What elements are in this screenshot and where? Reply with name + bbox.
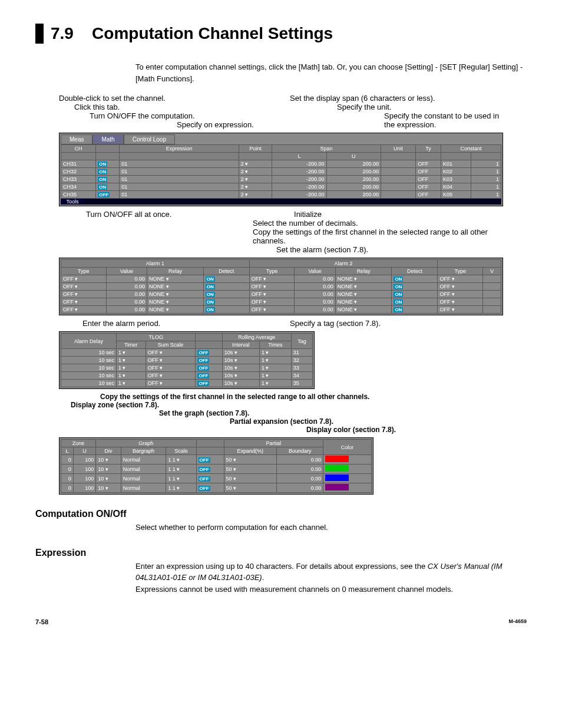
cell-alarm2-value[interactable]: 0.00 xyxy=(295,275,335,283)
cell-alarm2-detect[interactable]: ON xyxy=(392,306,438,314)
cell-sumscale[interactable]: OFF ▾ xyxy=(146,380,196,387)
cell-alarm2-relay[interactable]: NONE ▾ xyxy=(335,291,392,298)
cell-zone-u[interactable]: 100 xyxy=(73,474,95,483)
cell-k[interactable]: K03 xyxy=(441,176,471,183)
cell-expression[interactable]: 01 xyxy=(120,160,239,168)
cell-unit[interactable] xyxy=(381,160,415,168)
cell-ch[interactable]: CH32 xyxy=(61,168,96,176)
cell-sumscale[interactable]: OFF ▾ xyxy=(146,357,196,364)
cell-span-u[interactable]: 200.00 xyxy=(326,160,381,168)
cell-alarm2-detect[interactable]: ON xyxy=(392,283,438,291)
cell-alarm1-detect[interactable]: ON xyxy=(203,275,249,283)
cell-zone-l[interactable]: 0 xyxy=(61,483,74,493)
cell-span-u[interactable]: 200.00 xyxy=(326,168,381,176)
cell-kv[interactable]: 1 xyxy=(471,191,501,199)
cell-ra-toggle[interactable]: OFF xyxy=(196,349,222,357)
cell-k[interactable]: K05 xyxy=(441,191,471,199)
cell-partial-toggle[interactable]: OFF xyxy=(196,465,224,474)
cell-alarm2-type[interactable]: OFF ▾ xyxy=(249,283,295,291)
cell-interval[interactable]: 10s ▾ xyxy=(222,380,259,387)
cell-alarm2-value[interactable]: 0.00 xyxy=(295,298,335,306)
cell-partial-toggle[interactable]: OFF xyxy=(196,455,224,465)
cell-zone-l[interactable]: 0 xyxy=(61,474,74,483)
cell-zone-u[interactable]: 100 xyxy=(73,455,95,465)
cell-tag[interactable]: 34 xyxy=(291,372,312,380)
cell-scale[interactable]: 1 1 ▾ xyxy=(166,455,196,465)
cell-kv[interactable]: 1 xyxy=(471,160,501,168)
cell-alarm2-relay[interactable]: NONE ▾ xyxy=(335,275,392,283)
cell-tag[interactable]: 32 xyxy=(291,357,312,364)
cell-alarm2-type[interactable]: OFF ▾ xyxy=(249,298,295,306)
cell-point[interactable]: 2 ▾ xyxy=(239,191,272,199)
cell-scale[interactable]: 1 1 ▾ xyxy=(166,483,196,493)
cell-span-l[interactable]: -200.00 xyxy=(272,160,326,168)
cell-ra-toggle[interactable]: OFF xyxy=(196,380,222,387)
cell-div[interactable]: 10 ▾ xyxy=(96,465,121,474)
cell-expand[interactable]: 50 ▾ xyxy=(224,455,277,465)
cell-unit[interactable] xyxy=(381,176,415,183)
cell-ch[interactable]: CH34 xyxy=(61,183,96,191)
cell-boundary[interactable]: 0.00 xyxy=(277,474,323,483)
cell-alarm3-value[interactable] xyxy=(483,298,501,306)
cell-alarm1-value[interactable]: 0.00 xyxy=(106,275,147,283)
cell-k[interactable]: K04 xyxy=(441,183,471,191)
cell-alarm1-value[interactable]: 0.00 xyxy=(106,306,147,314)
color-swatch[interactable] xyxy=(325,456,349,462)
cell-times[interactable]: 1 ▾ xyxy=(259,349,291,357)
cell-alarm1-type[interactable]: OFF ▾ xyxy=(61,298,107,306)
cell-alarm2-type[interactable]: OFF ▾ xyxy=(249,291,295,298)
cell-interval[interactable]: 10s ▾ xyxy=(222,357,259,364)
toggle-on-off[interactable]: ON xyxy=(96,168,120,176)
cell-ty[interactable]: OFF xyxy=(416,160,441,168)
cell-alarm1-detect[interactable]: ON xyxy=(203,283,249,291)
cell-alarm2-value[interactable]: 0.00 xyxy=(295,283,335,291)
cell-alarm3-value[interactable] xyxy=(483,306,501,314)
cell-ty[interactable]: OFF xyxy=(416,176,441,183)
cell-times[interactable]: 1 ▾ xyxy=(259,380,291,387)
cell-timer[interactable]: 1 ▾ xyxy=(116,380,146,387)
cell-alarm3-value[interactable] xyxy=(483,291,501,298)
cell-div[interactable]: 10 ▾ xyxy=(96,474,121,483)
cell-color[interactable] xyxy=(323,465,372,474)
cell-alarm3-type[interactable]: OFF ▾ xyxy=(438,306,483,314)
cell-alarm2-detect[interactable]: ON xyxy=(392,298,438,306)
cell-ty[interactable]: OFF xyxy=(416,168,441,176)
cell-unit[interactable] xyxy=(381,168,415,176)
cell-alarm3-value[interactable] xyxy=(483,275,501,283)
cell-partial-toggle[interactable]: OFF xyxy=(196,474,224,483)
cell-ch[interactable]: CH33 xyxy=(61,176,96,183)
cell-alarm3-type[interactable]: OFF ▾ xyxy=(438,283,483,291)
cell-ra-toggle[interactable]: OFF xyxy=(196,357,222,364)
cell-interval[interactable]: 10s ▾ xyxy=(222,349,259,357)
cell-alarm-delay[interactable]: 10 sec xyxy=(61,364,117,372)
cell-span-l[interactable]: -200.00 xyxy=(272,168,326,176)
cell-ch[interactable]: CH35 xyxy=(61,191,96,199)
cell-timer[interactable]: 1 ▾ xyxy=(116,364,146,372)
cell-scale[interactable]: 1 1 ▾ xyxy=(166,465,196,474)
cell-alarm-delay[interactable]: 10 sec xyxy=(61,357,117,364)
tab-meas[interactable]: Meas xyxy=(61,134,92,144)
cell-alarm1-relay[interactable]: NONE ▾ xyxy=(147,275,204,283)
cell-alarm1-type[interactable]: OFF ▾ xyxy=(61,291,107,298)
cell-expression[interactable]: 01 xyxy=(120,176,239,183)
cell-alarm2-type[interactable]: OFF ▾ xyxy=(249,275,295,283)
cell-span-l[interactable]: -200.00 xyxy=(272,183,326,191)
cell-k[interactable]: K02 xyxy=(441,168,471,176)
cell-point[interactable]: 2 ▾ xyxy=(239,168,272,176)
cell-span-u[interactable]: 200.00 xyxy=(326,191,381,199)
cell-kv[interactable]: 1 xyxy=(471,183,501,191)
cell-expand[interactable]: 50 ▾ xyxy=(224,483,277,493)
cell-alarm1-type[interactable]: OFF ▾ xyxy=(61,275,107,283)
cell-span-u[interactable]: 200.00 xyxy=(326,176,381,183)
cell-span-u[interactable]: 200.00 xyxy=(326,183,381,191)
cell-timer[interactable]: 1 ▾ xyxy=(116,357,146,364)
cell-alarm1-relay[interactable]: NONE ▾ xyxy=(147,306,204,314)
cell-expand[interactable]: 50 ▾ xyxy=(224,474,277,483)
tab-math[interactable]: Math xyxy=(92,134,123,144)
cell-k[interactable]: K01 xyxy=(441,160,471,168)
color-swatch[interactable] xyxy=(325,465,349,472)
cell-ra-toggle[interactable]: OFF xyxy=(196,372,222,380)
cell-alarm1-detect[interactable]: ON xyxy=(203,306,249,314)
footer-tools[interactable]: Tools xyxy=(61,199,84,205)
cell-times[interactable]: 1 ▾ xyxy=(259,357,291,364)
